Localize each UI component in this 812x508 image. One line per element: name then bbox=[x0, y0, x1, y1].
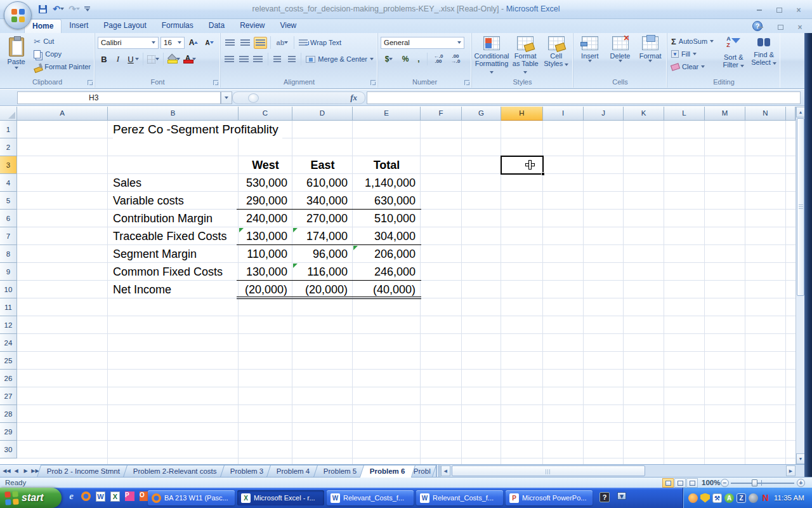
wrap-text-button[interactable]: Wrap Text bbox=[298, 36, 343, 49]
find-select-button[interactable]: Find & Select bbox=[750, 35, 778, 77]
increase-indent-button[interactable] bbox=[285, 53, 298, 65]
close-button[interactable]: × bbox=[792, 5, 806, 15]
bottom-align-button[interactable] bbox=[254, 37, 267, 49]
row-header-24[interactable]: 24 bbox=[0, 334, 17, 352]
column-header-h[interactable]: H bbox=[501, 107, 543, 121]
insert-function-button[interactable] bbox=[248, 93, 259, 103]
clear-button[interactable]: Clear bbox=[670, 60, 717, 73]
row-header-11[interactable]: 11 bbox=[0, 298, 17, 316]
accounting-format-button[interactable]: $ bbox=[381, 53, 397, 65]
tab-insert[interactable]: Insert bbox=[62, 19, 96, 33]
workbook-minimize-button[interactable] bbox=[754, 22, 768, 32]
zoom-slider-thumb[interactable] bbox=[752, 479, 757, 486]
align-right-button[interactable] bbox=[252, 53, 265, 65]
cell-value[interactable]: 130,000 bbox=[239, 227, 287, 245]
workbook-close-button[interactable]: × bbox=[793, 22, 807, 32]
decrease-indent-button[interactable] bbox=[271, 53, 284, 65]
name-box[interactable]: H3 bbox=[17, 91, 221, 104]
row-header-1[interactable]: 1 bbox=[0, 121, 17, 138]
font-color-button[interactable]: A bbox=[183, 54, 197, 64]
cell-value[interactable]: 270,000 bbox=[292, 210, 348, 227]
cell-value[interactable]: 246,000 bbox=[353, 263, 416, 281]
row-header-5[interactable]: 5 bbox=[0, 192, 17, 210]
tab-page-layout[interactable]: Page Layout bbox=[96, 19, 154, 33]
column-header-a[interactable]: A bbox=[17, 107, 108, 121]
merge-center-button[interactable]: Merge & Center bbox=[304, 53, 375, 65]
cell-value[interactable]: 610,000 bbox=[292, 174, 348, 192]
row-header-25[interactable]: 25 bbox=[0, 352, 17, 370]
zoom-level[interactable]: 100% bbox=[702, 479, 720, 486]
minimize-button[interactable] bbox=[752, 5, 766, 15]
office-button[interactable] bbox=[4, 1, 32, 29]
normal-view-button[interactable] bbox=[662, 478, 674, 488]
cell-label[interactable]: Variable costs bbox=[113, 192, 184, 210]
taskbar-button-3[interactable]: WRelevant_Costs_f... bbox=[327, 490, 414, 505]
cell-value[interactable]: 304,000 bbox=[353, 227, 416, 245]
grow-font-button[interactable]: A bbox=[187, 37, 200, 49]
cell-value[interactable]: 510,000 bbox=[353, 210, 416, 227]
autosum-button[interactable]: ΣAutoSum bbox=[670, 35, 717, 48]
cell-label[interactable]: Segment Margin bbox=[113, 245, 197, 263]
dialog-launcher-icon[interactable] bbox=[213, 80, 218, 85]
sheet-tab-prob-2-income-stmnt[interactable]: Prob 2 - Income Stmnt bbox=[37, 465, 131, 478]
horizontal-scrollbar[interactable]: ◀ ▶ bbox=[440, 465, 804, 478]
cell-value[interactable]: 290,000 bbox=[239, 192, 287, 210]
cell-header-east[interactable]: East bbox=[292, 156, 353, 174]
messenger-tray-icon[interactable] bbox=[688, 493, 698, 503]
cell-value[interactable]: 240,000 bbox=[239, 210, 287, 227]
align-center-button[interactable] bbox=[238, 53, 251, 65]
cell-value[interactable]: 174,000 bbox=[292, 227, 348, 245]
zoom-slider-track[interactable] bbox=[731, 483, 794, 484]
dialog-launcher-icon[interactable] bbox=[464, 80, 469, 85]
zoom-in-button[interactable]: + bbox=[797, 479, 805, 487]
excel-icon[interactable]: X bbox=[110, 491, 121, 502]
tab-split-handle[interactable] bbox=[436, 465, 440, 478]
firefox-icon[interactable] bbox=[81, 491, 91, 502]
taskbar-button-1[interactable]: BA 213 W11 (Pasc... bbox=[148, 490, 235, 505]
fill-handle[interactable] bbox=[541, 172, 545, 176]
page-layout-view-button[interactable] bbox=[674, 478, 686, 488]
row-header-10[interactable]: 10 bbox=[0, 281, 17, 298]
active-cell-selection[interactable] bbox=[501, 156, 544, 175]
n-app-tray-icon[interactable]: N bbox=[761, 493, 770, 503]
row-header-2[interactable]: 2 bbox=[0, 138, 17, 156]
paste-button[interactable]: Paste bbox=[3, 35, 30, 77]
column-header-k[interactable]: K bbox=[624, 107, 664, 121]
comma-style-button[interactable]: , bbox=[414, 53, 424, 65]
bold-button[interactable]: B bbox=[98, 54, 110, 65]
horizontal-scroll-thumb[interactable] bbox=[452, 465, 645, 476]
cell-value[interactable]: 1,140,000 bbox=[353, 174, 416, 192]
borders-button[interactable] bbox=[147, 55, 160, 64]
scroll-down-button[interactable]: ▼ bbox=[796, 453, 805, 464]
top-align-button[interactable] bbox=[223, 37, 237, 49]
cell-label[interactable]: Contribution Margin bbox=[113, 210, 213, 227]
cell-value[interactable]: 630,000 bbox=[353, 192, 416, 210]
shrink-font-button[interactable]: A bbox=[202, 37, 216, 49]
page-break-view-button[interactable] bbox=[686, 478, 698, 488]
fx-icon[interactable]: fx bbox=[350, 93, 357, 103]
cell-value[interactable]: (20,000) bbox=[292, 281, 348, 298]
row-header-3[interactable]: 3 bbox=[0, 156, 17, 174]
cell-value[interactable]: 130,000 bbox=[239, 263, 287, 281]
column-header-j[interactable]: J bbox=[584, 107, 624, 121]
taskbar-button-2[interactable]: XMicrosoft Excel - r... bbox=[237, 490, 324, 505]
column-header-m[interactable]: M bbox=[705, 107, 745, 121]
delete-cells-button[interactable]: Delete bbox=[606, 35, 634, 77]
tab-review[interactable]: Review bbox=[232, 19, 272, 33]
format-painter-button[interactable]: Format Painter bbox=[32, 60, 92, 73]
cell-value[interactable]: 110,000 bbox=[239, 245, 287, 263]
help-tray-icon[interactable]: ? bbox=[599, 492, 610, 502]
previous-sheet-button[interactable]: ◀ bbox=[12, 467, 20, 475]
workbook-restore-button[interactable] bbox=[773, 22, 787, 32]
row-header-29[interactable]: 29 bbox=[0, 423, 17, 441]
taskbar-button-5[interactable]: PMicrosoft PowerPo... bbox=[506, 490, 593, 505]
scroll-left-button[interactable]: ◀ bbox=[441, 465, 450, 476]
format-cells-button[interactable]: Format bbox=[636, 35, 664, 77]
row-header-12[interactable]: 12 bbox=[0, 316, 17, 334]
column-header-b[interactable]: B bbox=[108, 107, 239, 121]
middle-align-button[interactable] bbox=[239, 37, 252, 49]
italic-button[interactable]: I bbox=[112, 53, 124, 65]
sheet-tab-problem-2-relevant-costs[interactable]: Problem 2-Relevant costs bbox=[123, 465, 227, 478]
pink-app-icon[interactable]: P bbox=[124, 491, 135, 502]
percent-style-button[interactable]: % bbox=[399, 53, 412, 65]
